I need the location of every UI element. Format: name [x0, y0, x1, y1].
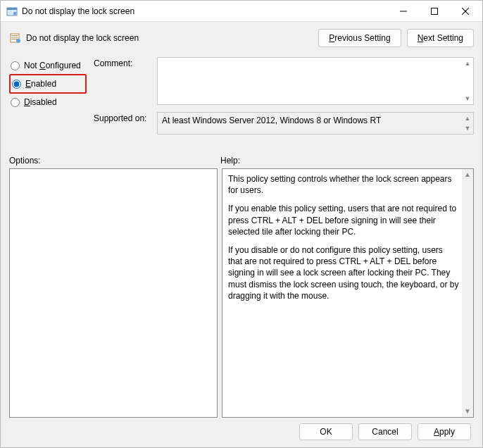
enabled-highlight: Enabled: [9, 74, 87, 94]
close-button[interactable]: [450, 1, 481, 21]
radio-disabled[interactable]: Disabled: [9, 94, 94, 111]
svg-point-2: [13, 11, 16, 14]
svg-rect-4: [432, 8, 438, 14]
header-row: Do not display the lock screen Previous …: [9, 29, 474, 47]
state-and-fields: Not Configured Enabled Disabled Comment:…: [9, 57, 474, 135]
options-label: Options:: [9, 156, 220, 166]
help-paragraph: This policy setting controls whether the…: [228, 173, 459, 196]
radio-not-configured[interactable]: Not Configured: [9, 57, 94, 74]
help-pane: This policy setting controls whether the…: [222, 168, 474, 418]
svg-point-11: [16, 39, 20, 43]
scroll-down-icon[interactable]: ▼: [462, 406, 473, 417]
ok-button[interactable]: OK: [299, 423, 353, 440]
supported-on-text: At least Windows Server 2012, Windows 8 …: [157, 112, 474, 135]
scroll-down-icon[interactable]: ▼: [463, 123, 472, 133]
state-radios: Not Configured Enabled Disabled: [9, 57, 94, 111]
comment-textarea[interactable]: ▲ ▼: [157, 57, 474, 105]
supported-on-label: Supported on:: [94, 113, 157, 130]
help-label: Help:: [220, 156, 240, 166]
supported-scrollbar[interactable]: ▲ ▼: [463, 113, 472, 133]
previous-setting-button[interactable]: Previous Setting: [318, 29, 401, 47]
pane-labels: Options: Help:: [9, 156, 474, 166]
setting-title: Do not display the lock screen: [26, 33, 313, 43]
titlebar: Do not display the lock screen: [1, 1, 482, 22]
svg-rect-9: [12, 37, 18, 38]
policy-icon: [6, 6, 18, 17]
scroll-up-icon[interactable]: ▲: [462, 169, 473, 180]
options-pane: [9, 168, 218, 418]
footer-buttons: OK Cancel Apply: [9, 418, 474, 443]
svg-rect-1: [7, 8, 17, 10]
maximize-button[interactable]: [419, 1, 450, 21]
minimize-button[interactable]: [388, 1, 419, 21]
help-paragraph: If you disable or do not configure this …: [228, 244, 459, 301]
next-setting-button[interactable]: Next Setting: [407, 29, 474, 47]
comment-scrollbar[interactable]: ▲ ▼: [463, 58, 472, 104]
content-area: Do not display the lock screen Previous …: [1, 22, 482, 447]
scroll-up-icon[interactable]: ▲: [463, 113, 472, 123]
radio-enabled[interactable]: Enabled: [11, 75, 82, 92]
panes-row: This policy setting controls whether the…: [9, 168, 474, 418]
scroll-down-icon[interactable]: ▼: [463, 94, 472, 104]
fields-column: ▲ ▼ At least Windows Server 2012, Window…: [157, 57, 474, 135]
comment-label: Comment:: [94, 58, 157, 75]
field-labels: Comment: Supported on:: [94, 57, 157, 130]
setting-icon: [9, 32, 22, 44]
scroll-up-icon[interactable]: ▲: [463, 58, 472, 68]
svg-rect-8: [12, 35, 18, 36]
window-buttons: [388, 1, 481, 21]
help-paragraph: If you enable this policy setting, users…: [228, 203, 459, 237]
help-scrollbar[interactable]: ▲ ▼: [462, 169, 473, 417]
window-title: Do not display the lock screen: [22, 6, 388, 16]
cancel-button[interactable]: Cancel: [358, 423, 412, 440]
apply-button[interactable]: Apply: [418, 423, 471, 440]
